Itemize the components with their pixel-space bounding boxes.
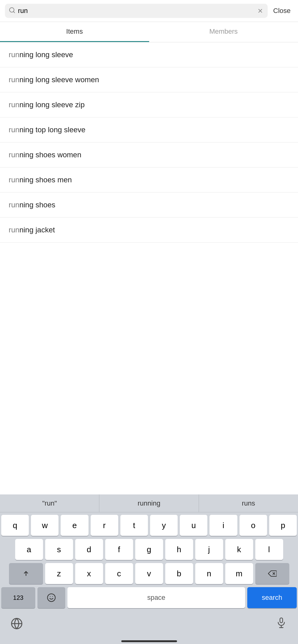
key-m[interactable]: m xyxy=(225,563,253,584)
key-row-4: 123 space search xyxy=(1,587,297,608)
svg-line-1 xyxy=(13,11,15,13)
mic-icon[interactable] xyxy=(273,616,289,632)
key-c[interactable]: c xyxy=(105,563,133,584)
key-a[interactable]: a xyxy=(15,539,43,560)
key-d[interactable]: d xyxy=(75,539,103,560)
tab-members[interactable]: Members xyxy=(149,22,298,42)
autocomplete-item-runs[interactable]: runs xyxy=(199,494,298,512)
numbers-key[interactable]: 123 xyxy=(1,587,35,608)
search-input[interactable] xyxy=(18,7,254,15)
key-l[interactable]: l xyxy=(255,539,283,560)
tab-bar: Items Members xyxy=(0,22,298,42)
key-t[interactable]: t xyxy=(120,515,148,536)
key-g[interactable]: g xyxy=(135,539,163,560)
key-e[interactable]: e xyxy=(61,515,88,536)
key-n[interactable]: n xyxy=(195,563,223,584)
clear-button[interactable] xyxy=(257,7,264,15)
key-s[interactable]: s xyxy=(45,539,73,560)
list-item[interactable]: running long sleeve xyxy=(0,42,298,67)
key-row-3: z x c v b n m xyxy=(1,563,297,584)
search-icon xyxy=(9,7,15,15)
key-o[interactable]: o xyxy=(240,515,267,536)
list-item[interactable]: running jacket xyxy=(0,218,298,243)
key-z[interactable]: z xyxy=(45,563,73,584)
list-item[interactable]: running long sleeve zip xyxy=(0,92,298,117)
list-item[interactable]: running top long sleeve xyxy=(0,117,298,142)
key-q[interactable]: q xyxy=(1,515,29,536)
autocomplete-bar: "run" running runs xyxy=(0,494,298,512)
autocomplete-item-run[interactable]: "run" xyxy=(0,494,99,512)
space-key[interactable]: space xyxy=(67,587,245,608)
backspace-key[interactable] xyxy=(255,563,289,584)
autocomplete-item-running[interactable]: running xyxy=(99,494,199,512)
globe-icon[interactable] xyxy=(9,616,25,632)
key-x[interactable]: x xyxy=(75,563,103,584)
key-u[interactable]: u xyxy=(180,515,207,536)
suggestions-list: running long sleeve running long sleeve … xyxy=(0,42,298,243)
emoji-key[interactable] xyxy=(37,587,65,608)
tab-items[interactable]: Items xyxy=(0,22,149,42)
key-w[interactable]: w xyxy=(31,515,58,536)
list-item[interactable]: running shoes women xyxy=(0,142,298,167)
key-f[interactable]: f xyxy=(105,539,133,560)
key-row-2: a s d f g h j k l xyxy=(1,539,297,560)
search-key[interactable]: search xyxy=(247,587,297,608)
list-item[interactable]: running long sleeve women xyxy=(0,67,298,92)
key-y[interactable]: y xyxy=(150,515,178,536)
shift-key[interactable] xyxy=(9,563,43,584)
svg-rect-12 xyxy=(280,618,283,623)
list-item[interactable]: running shoes xyxy=(0,193,298,218)
key-k[interactable]: k xyxy=(225,539,253,560)
key-p[interactable]: p xyxy=(269,515,297,536)
keyboard-area: "run" running runs q w e r t y u i o p a… xyxy=(0,494,298,644)
key-h[interactable]: h xyxy=(165,539,193,560)
key-b[interactable]: b xyxy=(165,563,193,584)
key-v[interactable]: v xyxy=(135,563,163,584)
key-row-1: q w e r t y u i o p xyxy=(1,515,297,536)
home-indicator xyxy=(121,640,177,642)
key-j[interactable]: j xyxy=(195,539,223,560)
close-button[interactable]: Close xyxy=(271,6,293,16)
search-input-wrapper xyxy=(5,4,268,18)
search-bar: Close xyxy=(0,0,298,22)
svg-point-7 xyxy=(48,594,55,602)
key-i[interactable]: i xyxy=(209,515,237,536)
keyboard-rows: q w e r t y u i o p a s d f g h j k l xyxy=(0,512,298,612)
list-item[interactable]: running shoes men xyxy=(0,167,298,193)
bottom-bar xyxy=(0,612,298,637)
home-indicator-bar xyxy=(0,637,298,644)
key-r[interactable]: r xyxy=(91,515,118,536)
